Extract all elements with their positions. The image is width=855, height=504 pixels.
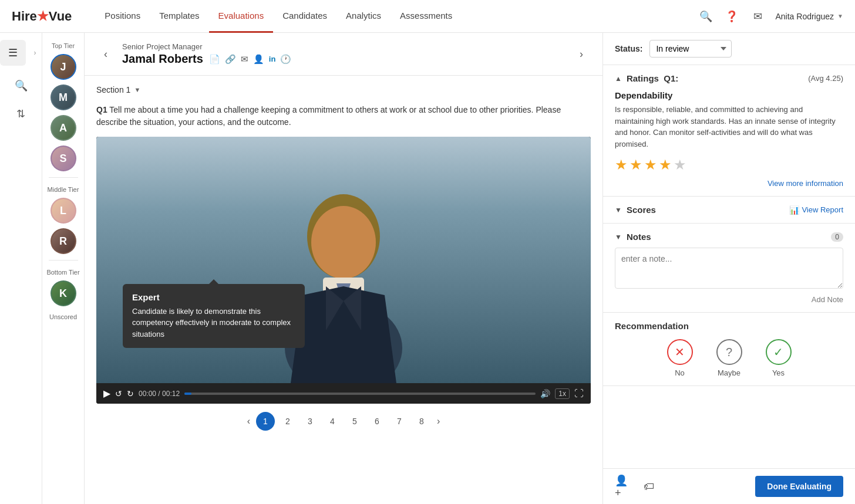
ratings-title: Ratings Q1:: [627, 73, 803, 83]
next-page-button[interactable]: ›: [435, 416, 442, 427]
progress-fill: [184, 393, 191, 395]
tooltip-title: Expert: [132, 292, 295, 302]
candidate-avatar-7[interactable]: K: [51, 280, 76, 306]
recommendation-title: Recommendation: [615, 321, 843, 331]
link-icon[interactable]: 🔗: [225, 54, 236, 65]
unscored-label: Unscored: [49, 313, 77, 320]
rec-yes-label: Yes: [772, 368, 785, 377]
chart-icon: 📊: [789, 205, 799, 215]
video-section: Section 1 ▼ Q1 Tell me about a time you …: [85, 76, 602, 504]
rec-no-button[interactable]: ✕ No: [667, 339, 693, 377]
page-3-button[interactable]: 3: [301, 412, 319, 431]
notes-title: Notes: [627, 232, 826, 242]
speed-button[interactable]: 1x: [555, 388, 570, 399]
page-2-button[interactable]: 2: [278, 412, 297, 431]
scores-title: Scores: [627, 205, 785, 215]
icon-sidebar: ☰ › 🔍 ⇅: [0, 33, 42, 504]
star-5[interactable]: ★: [674, 157, 686, 173]
fullscreen-button[interactable]: ⛶: [574, 388, 584, 399]
rec-no-label: No: [675, 368, 685, 377]
time-display: 00:00 / 00:12: [139, 390, 180, 398]
candidate-avatar-3[interactable]: A: [51, 115, 76, 141]
page-5-button[interactable]: 5: [345, 412, 364, 431]
tier-divider-2: [49, 260, 78, 261]
page-4-button[interactable]: 4: [323, 412, 342, 431]
candidate-icons: 📄 🔗 ✉ 👤 in 🕐: [209, 54, 292, 65]
candidate-name: Jamal Roberts: [122, 52, 203, 66]
rec-maybe-button[interactable]: ? Maybe: [716, 339, 742, 377]
user-name: Anita Rodriguez: [775, 12, 834, 21]
star-2[interactable]: ★: [630, 157, 642, 173]
forward-button[interactable]: ↻: [127, 389, 134, 398]
notes-section: ▼ Notes 0 Add Note: [603, 224, 855, 313]
document-icon[interactable]: 📄: [209, 54, 220, 65]
progress-bar[interactable]: [184, 393, 536, 395]
next-candidate-button[interactable]: ›: [572, 45, 591, 63]
yes-icon: ✓: [766, 339, 792, 365]
inbox-icon[interactable]: ✉: [749, 8, 766, 25]
ratings-header[interactable]: ▲ Ratings Q1: (Avg 4.25): [615, 73, 843, 83]
nav-assessments[interactable]: Assessments: [391, 0, 462, 33]
add-person-icon[interactable]: 👤+: [615, 477, 634, 496]
nav-positions[interactable]: Positions: [95, 0, 150, 33]
clock-icon[interactable]: 🕐: [280, 54, 291, 65]
view-more-link[interactable]: View more information: [768, 179, 843, 188]
maybe-icon: ?: [716, 339, 742, 365]
star-1[interactable]: ★: [615, 157, 628, 173]
prev-candidate-button[interactable]: ‹: [96, 45, 115, 63]
person-icon[interactable]: 👤: [253, 54, 264, 65]
done-evaluating-button[interactable]: Done Evaluating: [755, 476, 843, 497]
add-note-button[interactable]: Add Note: [812, 295, 843, 304]
user-chevron-icon: ▼: [837, 13, 843, 19]
candidate-avatar-1[interactable]: J: [51, 54, 76, 80]
video-player: Expert Candidate is likely to demonstrat…: [96, 137, 591, 404]
rec-yes-button[interactable]: ✓ Yes: [766, 339, 792, 377]
user-menu[interactable]: Anita Rodriguez ▼: [775, 12, 843, 21]
prev-page-button[interactable]: ‹: [245, 416, 253, 427]
panel-footer: 👤+ 🏷 Done Evaluating: [603, 468, 855, 504]
page-1-button[interactable]: 1: [256, 412, 275, 431]
notes-textarea[interactable]: [615, 248, 843, 289]
search-sidebar-button[interactable]: 🔍: [8, 73, 34, 99]
linkedin-icon[interactable]: in: [269, 55, 276, 63]
help-icon[interactable]: ❓: [723, 8, 740, 25]
candidate-avatar-2[interactable]: M: [51, 84, 76, 110]
svg-point-2: [311, 206, 376, 279]
search-icon[interactable]: 🔍: [698, 8, 714, 25]
notes-collapse-icon[interactable]: ▼: [615, 233, 622, 241]
play-button[interactable]: ▶: [103, 388, 110, 399]
candidate-avatar-4[interactable]: S: [51, 146, 76, 171]
volume-button[interactable]: 🔊: [540, 389, 550, 398]
nav-candidates[interactable]: Candidates: [273, 0, 336, 33]
page-7-button[interactable]: 7: [390, 412, 409, 431]
scores-collapse-icon[interactable]: ▼: [615, 206, 622, 214]
candidate-info: Senior Project Manager Jamal Roberts 📄 🔗…: [122, 42, 565, 66]
page-8-button[interactable]: 8: [412, 412, 431, 431]
page-6-button[interactable]: 6: [368, 412, 386, 431]
status-select[interactable]: In review Complete Pending: [649, 40, 732, 57]
notes-header: ▼ Notes 0: [615, 232, 843, 242]
tag-icon[interactable]: 🏷: [639, 477, 658, 496]
section-selector[interactable]: Section 1 ▼: [96, 85, 591, 94]
list-view-button[interactable]: ☰: [0, 40, 26, 66]
nav-templates[interactable]: Templates: [150, 0, 208, 33]
star-3[interactable]: ★: [644, 157, 657, 173]
nav-evaluations[interactable]: Evaluations: [209, 0, 274, 33]
sort-button[interactable]: ⇅: [8, 101, 34, 127]
avg-label: (Avg 4.25): [808, 74, 843, 83]
view-report-link[interactable]: 📊 View Report: [789, 205, 843, 215]
video-frame: Expert Candidate is likely to demonstrat…: [96, 137, 591, 383]
star-4[interactable]: ★: [659, 157, 672, 173]
scores-header: ▼ Scores 📊 View Report: [615, 205, 843, 215]
tier-divider-1: [49, 177, 78, 178]
rewind-button[interactable]: ↺: [115, 389, 122, 398]
nav-analytics[interactable]: Analytics: [336, 0, 391, 33]
candidate-avatar-5[interactable]: L: [51, 198, 76, 224]
ratings-section: ▲ Ratings Q1: (Avg 4.25) Dependability I…: [603, 65, 855, 197]
star-rating[interactable]: ★ ★ ★ ★ ★: [615, 157, 843, 173]
svg-marker-6: [291, 286, 396, 383]
email-icon[interactable]: ✉: [241, 54, 248, 65]
expand-icon[interactable]: ›: [28, 46, 42, 60]
candidate-avatar-6[interactable]: R: [51, 228, 76, 254]
video-controls: ▶ ↺ ↻ 00:00 / 00:12 🔊 1x ⛶: [96, 383, 591, 404]
